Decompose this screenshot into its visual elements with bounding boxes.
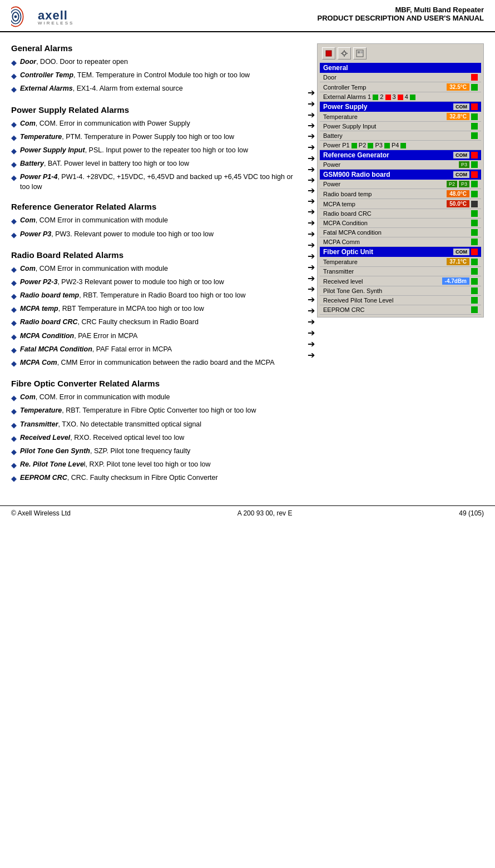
left-column: General Alarms ◆ Door, DOO. Door to repe… bbox=[11, 43, 296, 489]
arrow-fo-header: ➔ bbox=[308, 284, 315, 294]
bullet-icon: ◆ bbox=[11, 474, 17, 484]
axell-logo-text: axell WIRELESS bbox=[38, 8, 74, 26]
bullet-icon: ◆ bbox=[11, 278, 17, 288]
arrow-refgen-power: ➔ bbox=[308, 185, 315, 196]
list-item: ◆ Battery, BAT. Power level in battery t… bbox=[11, 159, 296, 170]
list-item: ◆ Received Level, RXO. Received optical … bbox=[11, 433, 296, 444]
panel-section-gsm900: GSM900 Radio board COM bbox=[320, 170, 481, 180]
list-item: ◆ EEPROM CRC, CRC. Faulty checksum in Fi… bbox=[11, 473, 296, 484]
list-item: ◆ MCPA temp, RBT Temperature in MCPA too… bbox=[11, 304, 296, 315]
power-supply-alarms-list: ◆ Com, COM. Error in communication with … bbox=[11, 119, 296, 192]
svg-point-3 bbox=[14, 16, 17, 18]
panel-row-fo-transmitter: Transmitter bbox=[320, 267, 481, 276]
led-fo-pts bbox=[471, 287, 478, 294]
led-fatal-mcpa bbox=[471, 229, 478, 236]
list-item: ◆ Pilot Tone Gen Synth, SZP. Pilot tone … bbox=[11, 447, 296, 457]
panel-row-power-p1p4: Power P1 P2 P3 P4 bbox=[320, 141, 481, 150]
val-fo-rx: -4.7dBm bbox=[442, 277, 469, 285]
panel-row-fo-rptl: Received Pilot Tone Level bbox=[320, 296, 481, 305]
bullet-icon: ◆ bbox=[11, 460, 17, 470]
ps-com-badge: COM bbox=[453, 103, 469, 110]
fibre-optic-alarms-heading: Fibre Optic Converter Related Alarms bbox=[11, 379, 296, 388]
svg-point-5 bbox=[343, 52, 346, 55]
arrow-mcpa-temp: ➔ bbox=[308, 228, 315, 239]
arrow-ps-temp: ➔ bbox=[308, 130, 315, 141]
bullet-icon: ◆ bbox=[11, 146, 17, 156]
panel-row-door: Door bbox=[320, 73, 481, 82]
panel-section-fiber-optic: Fiber Optic Unit COM bbox=[320, 247, 481, 257]
toolbar-stop-btn[interactable] bbox=[322, 47, 335, 59]
header-title-line2: PRODUCT DESCRIPTION AND USER'S MANUAL bbox=[318, 14, 484, 22]
panel-row-mcpa-comm: MCPA Comm bbox=[320, 237, 481, 247]
header-titles: MBF, Multi Band Repeater PRODUCT DESCRIP… bbox=[318, 6, 484, 22]
rg-com-badge: COM bbox=[453, 152, 469, 158]
bullet-icon: ◆ bbox=[11, 120, 17, 130]
wireless-label: WIRELESS bbox=[38, 21, 74, 26]
power-supply-alarms-heading: Power Supply Related Alarms bbox=[11, 105, 296, 115]
gsm-com-badge: COM bbox=[453, 171, 469, 178]
list-item: ◆ Com, COM Error in communication with m… bbox=[11, 216, 296, 226]
led-fo-temp bbox=[471, 259, 478, 265]
led-controller-temp bbox=[471, 84, 478, 91]
list-item: ◆ Radio board temp, RBT. Temperature in … bbox=[11, 291, 296, 301]
toolbar-config-btn[interactable] bbox=[338, 47, 351, 59]
list-item: ◆ Com, COM. Error in communication with … bbox=[11, 393, 296, 403]
panel-row-battery: Battery bbox=[320, 131, 481, 141]
panel-row-external-alarms: External Alarms 1 2 3 4 bbox=[320, 92, 481, 102]
led-mcpa-cond bbox=[471, 220, 478, 226]
rg-header-led bbox=[471, 152, 478, 158]
radio-board-alarms-list: ◆ Com, COM Error in communication with m… bbox=[11, 264, 296, 369]
panel-row-radio-temp: Radio board temp 48.0°C bbox=[320, 189, 481, 199]
panel-row-fo-temp: Temperature 37.1°C bbox=[320, 257, 481, 267]
panel-display: General Door Controller Temp 32.5°C bbox=[317, 43, 484, 318]
led-door bbox=[471, 74, 478, 81]
bullet-icon: ◆ bbox=[11, 434, 17, 444]
bullet-icon: ◆ bbox=[11, 85, 17, 95]
arrow-ps-input: ➔ bbox=[308, 141, 315, 152]
val-radio-temp: 48.0°C bbox=[447, 190, 469, 197]
arrow-gsm-power: ➔ bbox=[308, 206, 315, 217]
gsm-p3-badge: P3 bbox=[459, 181, 469, 187]
toolbar-view-btn[interactable] bbox=[353, 47, 367, 59]
bullet-icon: ◆ bbox=[11, 160, 17, 170]
arrow-fo-rptl: ➔ bbox=[308, 338, 315, 349]
led-rg-power bbox=[471, 161, 478, 168]
arrow-indicators: ➔ ➔ ➔ ➔ ➔ ➔ ➔ bbox=[308, 43, 315, 360]
bullet-icon: ◆ bbox=[11, 359, 17, 369]
bullet-icon: ◆ bbox=[11, 173, 17, 183]
val-mcpa-temp: 50.0°C bbox=[447, 200, 469, 207]
panel-row-rg-power: Power P3 bbox=[320, 160, 481, 170]
led-mcpa-comm bbox=[471, 239, 478, 245]
bullet-icon: ◆ bbox=[11, 406, 17, 416]
panel-row-controller-temp: Controller Temp 32.5°C bbox=[320, 82, 481, 92]
led-radio-temp bbox=[471, 191, 478, 197]
bullet-icon: ◆ bbox=[11, 345, 17, 355]
panel-row-fo-pts: Pilot Tone Gen. Synth bbox=[320, 286, 481, 296]
list-item: ◆ Temperature, RBT. Temperature in Fibre… bbox=[11, 406, 296, 416]
list-item: ◆ Re. Pilot Tone Level, RXP. Pilot tone … bbox=[11, 460, 296, 470]
panel-row-fatal-mcpa: Fatal MCPA condition bbox=[320, 228, 481, 237]
bullet-icon: ◆ bbox=[11, 318, 17, 328]
led-fo-rx bbox=[471, 278, 478, 285]
led-fo-tx bbox=[471, 268, 478, 275]
bullet-icon: ◆ bbox=[11, 230, 17, 240]
fibre-optic-alarms-list: ◆ Com, COM. Error in communication with … bbox=[11, 393, 296, 484]
ref-gen-alarms-heading: Reference Generator Related Alarms bbox=[11, 202, 296, 211]
led-fo-rptl bbox=[471, 297, 478, 304]
arrow-radio-temp: ➔ bbox=[308, 217, 315, 228]
arrow-ps-header: ➔ bbox=[308, 120, 315, 130]
bullet-icon: ◆ bbox=[11, 332, 17, 342]
panel-section-general: General bbox=[320, 63, 481, 73]
ref-gen-alarms-list: ◆ Com, COM Error in communication with m… bbox=[11, 216, 296, 240]
axell-logo-icon bbox=[11, 6, 33, 28]
led-fo-eeprom bbox=[471, 306, 478, 313]
bullet-icon: ◆ bbox=[11, 420, 17, 430]
general-alarms-heading: General Alarms bbox=[11, 43, 296, 53]
list-item: ◆ Com, COM Error in communication with m… bbox=[11, 264, 296, 275]
rg-p3-badge: P3 bbox=[459, 161, 469, 168]
val-controller-temp: 32.5°C bbox=[447, 83, 469, 91]
led-battery bbox=[471, 132, 478, 139]
arrow-door: ➔ bbox=[308, 87, 315, 98]
panel-row-mcpa-cond: MCPA Condition bbox=[320, 219, 481, 228]
bullet-icon: ◆ bbox=[11, 291, 17, 301]
